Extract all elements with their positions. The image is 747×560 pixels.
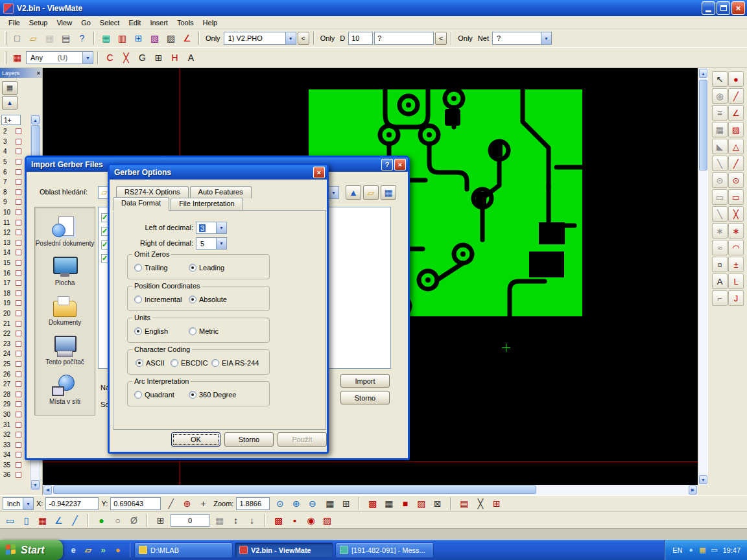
browser-icon[interactable]: ●: [112, 544, 124, 557]
wave-icon[interactable]: ≈: [712, 240, 728, 255]
toolbar-grip[interactable]: [5, 51, 6, 64]
merge-grid-icon[interactable]: ⊞: [489, 496, 504, 511]
layer-color-swatch[interactable]: [16, 412, 21, 417]
polyline-icon[interactable]: ╲: [712, 206, 728, 222]
chevron-down-icon[interactable]: ▼: [216, 238, 226, 249]
menu-tools[interactable]: Tools: [172, 18, 198, 28]
vertical-scrollbar[interactable]: ▲ ▼: [698, 68, 707, 485]
layer-row-36[interactable]: 36: [1, 470, 30, 480]
chevron-down-icon[interactable]: ▼: [82, 52, 93, 64]
round-pad-icon[interactable]: ⊙: [728, 172, 744, 188]
task-v2-bin-viewmate[interactable]: V2.bin - ViewMate: [235, 542, 333, 558]
aperture-list-icon[interactable]: ▥: [115, 31, 130, 45]
pattern-ring-icon[interactable]: ◉: [303, 513, 318, 528]
scroll-up-icon[interactable]: ▲: [31, 115, 40, 124]
tab-auto-features[interactable]: Auto Features: [190, 186, 252, 198]
place-plocha[interactable]: Plocha: [35, 255, 95, 286]
hatch-h-icon[interactable]: H: [167, 51, 182, 65]
close-button[interactable]: ×: [313, 167, 325, 178]
scroll-left-icon[interactable]: ◀: [43, 485, 52, 495]
views-menu-icon[interactable]: ▦: [381, 185, 396, 200]
pan-cross-icon[interactable]: +: [196, 496, 211, 511]
pointer-icon[interactable]: ↖: [712, 71, 728, 87]
open-file-icon[interactable]: ▱: [26, 31, 41, 45]
net-combo[interactable]: ? ▼: [492, 32, 552, 45]
text-j-icon[interactable]: J: [728, 290, 744, 306]
layer-color-swatch[interactable]: [16, 209, 21, 215]
antivirus-icon[interactable]: ▦: [697, 545, 707, 555]
corner-fill-icon[interactable]: ◣: [712, 139, 728, 154]
menu-view[interactable]: View: [52, 18, 77, 28]
horizontal-scrollbar[interactable]: ◀ ▶: [43, 485, 698, 495]
layer-color-swatch[interactable]: [16, 341, 21, 347]
layer-row-35[interactable]: 35: [1, 460, 30, 471]
radio-eia-rs-244[interactable]: EIA RS-244: [211, 359, 259, 367]
radio-incremental[interactable]: Incremental: [134, 296, 182, 303]
scroll-down-icon[interactable]: ▼: [31, 480, 40, 489]
grid-lines-icon[interactable]: ⊞: [338, 496, 353, 511]
slope-icon[interactable]: ╲: [712, 156, 728, 171]
anchor-v-icon[interactable]: ↕: [228, 513, 243, 528]
dcode-search-input[interactable]: ?: [374, 32, 434, 45]
group-g-icon[interactable]: G: [135, 51, 150, 65]
apply-button[interactable]: Použít: [278, 432, 327, 447]
layer-color-swatch[interactable]: [16, 260, 21, 266]
ruler-diag-icon[interactable]: ╱: [67, 513, 82, 528]
pad-hatch-icon[interactable]: ▨: [414, 496, 429, 511]
board-grid-icon[interactable]: ▨: [163, 31, 178, 45]
place-dokumenty[interactable]: Dokumenty: [35, 295, 95, 326]
layer-color-swatch[interactable]: [16, 462, 21, 468]
arc-trace-icon[interactable]: ◠: [728, 240, 744, 255]
keyboard-layout-icon[interactable]: ▭: [709, 545, 719, 555]
prev-layer-button[interactable]: <: [298, 32, 309, 45]
measure-icon[interactable]: ∠: [180, 31, 195, 45]
task-191-482-091-mess[interactable]: [191-482-091] - Mess...: [335, 542, 434, 558]
scrollbar-thumb[interactable]: [53, 485, 536, 494]
left-of-decimal-combo[interactable]: 3 ▼: [196, 222, 227, 234]
radio-trailing[interactable]: Trailing: [134, 264, 168, 272]
ruler-lines-icon[interactable]: ≡: [712, 105, 728, 121]
flash-outline-icon[interactable]: ▦: [381, 496, 396, 511]
scrollbar-thumb[interactable]: [699, 80, 707, 170]
table-icon[interactable]: ⊞: [153, 513, 168, 528]
layer-color-swatch[interactable]: [16, 148, 21, 154]
layer-color-swatch[interactable]: [16, 199, 21, 205]
close-icon[interactable]: ×: [37, 70, 40, 76]
radio-360-degree[interactable]: 360 Degree: [189, 391, 237, 399]
layer-row-2[interactable]: 2: [1, 126, 30, 137]
text-a-black-icon[interactable]: A: [712, 274, 728, 289]
layer-color-swatch[interactable]: [16, 139, 21, 145]
origin-target-icon[interactable]: ⊕: [180, 496, 195, 511]
start-button[interactable]: Start: [0, 540, 63, 560]
diameter-icon[interactable]: Ø: [126, 513, 141, 528]
chevron-down-icon[interactable]: ▼: [23, 498, 33, 509]
menu-help[interactable]: Help: [198, 18, 222, 28]
pattern-red-icon[interactable]: ▩: [271, 513, 286, 528]
rect-pad-icon[interactable]: ▭: [728, 189, 744, 205]
select-ring-icon[interactable]: ◎: [712, 88, 728, 104]
rect-outline-icon[interactable]: ▭: [712, 189, 728, 205]
layer-color-swatch[interactable]: [16, 401, 21, 407]
tab-data-format[interactable]: Data Format: [113, 197, 169, 211]
radio-english[interactable]: English: [134, 327, 168, 335]
new-file-icon[interactable]: □: [10, 31, 25, 45]
chevron-down-icon[interactable]: ▼: [216, 222, 226, 233]
tool-misc-icon[interactable]: ¤: [712, 257, 728, 272]
diagonal-trace-icon[interactable]: ╱: [728, 156, 744, 171]
ruler-h-icon[interactable]: ▭: [3, 513, 18, 528]
folder-icon[interactable]: ▱: [82, 544, 95, 557]
layer-color-swatch[interactable]: [16, 128, 21, 134]
target-icon[interactable]: ⊙: [712, 172, 728, 188]
layer-color-swatch[interactable]: [16, 179, 21, 185]
hatch-pad-icon[interactable]: ▨: [728, 122, 744, 137]
layer-color-swatch[interactable]: [16, 300, 21, 306]
menu-insert[interactable]: Insert: [145, 18, 172, 28]
chevron-down-icon[interactable]: ▼: [285, 32, 296, 44]
flash-pad-icon[interactable]: ●: [728, 71, 744, 87]
pad-cross-icon[interactable]: ⊠: [430, 496, 445, 511]
layer-color-swatch[interactable]: [16, 240, 21, 246]
scroll-down-icon[interactable]: ▼: [699, 475, 707, 484]
red-board-icon[interactable]: ▦: [35, 513, 50, 528]
layer-color-swatch[interactable]: [16, 270, 21, 276]
layer-combo[interactable]: 1) V2.PHO ▼: [224, 32, 296, 45]
